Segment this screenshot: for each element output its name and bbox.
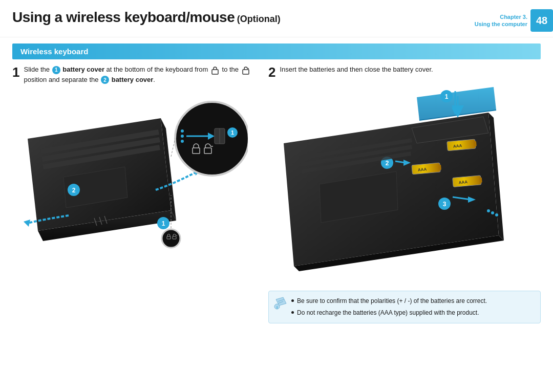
content-area: 1 Slide the 1 battery cover at the botto… bbox=[0, 64, 553, 323]
note-bullet-1: Be sure to confirm that the polarities (… bbox=[291, 296, 533, 306]
step2-row: 2 Insert the batteries and then close th… bbox=[268, 64, 541, 79]
step2-number: 2 bbox=[268, 66, 275, 79]
svg-text:AAA: AAA bbox=[418, 167, 427, 172]
svg-rect-48 bbox=[438, 165, 441, 170]
note-text-1: Be sure to confirm that the polarities (… bbox=[297, 296, 487, 306]
svg-point-23 bbox=[181, 135, 184, 138]
right-column: 2 Insert the batteries and then close th… bbox=[268, 64, 541, 323]
step1-text: Slide the 1 battery cover at the bottom … bbox=[24, 64, 258, 84]
svg-text:1: 1 bbox=[162, 220, 165, 227]
svg-rect-1 bbox=[243, 70, 249, 74]
page-title: Using a wireless keyboard/mouse (Optiona… bbox=[12, 9, 281, 32]
section-label: Wireless keyboard bbox=[20, 47, 88, 56]
svg-text:2: 2 bbox=[386, 160, 389, 167]
lock-closed-icon bbox=[210, 66, 220, 75]
step1-image-area: 2 1 1 bbox=[12, 88, 258, 262]
step1-row: 1 Slide the 1 battery cover at the botto… bbox=[12, 64, 258, 84]
left-column: 1 Slide the 1 battery cover at the botto… bbox=[12, 64, 258, 323]
svg-text:AAA: AAA bbox=[453, 143, 462, 148]
svg-rect-0 bbox=[212, 70, 218, 74]
note-bullet-2: Do not recharge the batteries (AAA type)… bbox=[291, 308, 533, 318]
page-header: Using a wireless keyboard/mouse (Optiona… bbox=[0, 0, 553, 37]
svg-point-33 bbox=[162, 229, 180, 248]
circle-num-2: 2 bbox=[101, 76, 109, 84]
chapter-sublabel: Using the computer bbox=[475, 20, 527, 28]
svg-point-61 bbox=[487, 209, 490, 212]
section-header: Wireless keyboard bbox=[12, 43, 541, 59]
svg-text:AAA: AAA bbox=[458, 180, 467, 185]
svg-point-24 bbox=[181, 140, 184, 143]
chapter-badge-inner: Chapter 3. Using the computer 48 bbox=[475, 9, 553, 32]
svg-rect-51 bbox=[479, 178, 482, 183]
svg-point-19 bbox=[175, 102, 248, 176]
svg-text:2: 2 bbox=[72, 187, 76, 194]
chapter-label: Chapter 3. bbox=[475, 13, 527, 20]
circle-num-1: 1 bbox=[52, 66, 60, 74]
note-box: i Be sure to confirm that the polarities… bbox=[268, 291, 541, 323]
step2-illustration: AAA AAA AAA bbox=[268, 82, 519, 276]
chapter-label-text: Chapter 3. Using the computer bbox=[475, 13, 530, 28]
lock-open-icon bbox=[241, 66, 251, 75]
step1-number: 1 bbox=[12, 66, 19, 79]
step2-image-area: AAA AAA AAA bbox=[268, 82, 541, 287]
svg-point-22 bbox=[181, 129, 184, 133]
svg-point-62 bbox=[491, 211, 494, 214]
chapter-number: 48 bbox=[530, 9, 553, 32]
note-text-2: Do not recharge the batteries (AAA type)… bbox=[297, 308, 479, 318]
note-icon: i bbox=[274, 296, 288, 311]
svg-rect-45 bbox=[474, 141, 477, 146]
svg-marker-14 bbox=[24, 220, 30, 227]
svg-text:i: i bbox=[276, 305, 278, 310]
svg-point-63 bbox=[495, 213, 498, 216]
title-main: Using a wireless keyboard/mouse bbox=[12, 9, 235, 25]
title-optional: (Optional) bbox=[237, 14, 281, 24]
svg-text:3: 3 bbox=[443, 201, 446, 208]
svg-text:1: 1 bbox=[231, 129, 234, 136]
step1-illustration: 2 1 1 bbox=[12, 88, 248, 256]
bullet-dot-1 bbox=[291, 299, 294, 302]
svg-text:1: 1 bbox=[445, 93, 449, 100]
svg-line-32 bbox=[171, 139, 175, 157]
step2-text: Insert the batteries and then close the … bbox=[280, 64, 433, 75]
bullet-dot-2 bbox=[291, 311, 294, 314]
chapter-badge: Chapter 3. Using the computer 48 bbox=[475, 9, 553, 32]
